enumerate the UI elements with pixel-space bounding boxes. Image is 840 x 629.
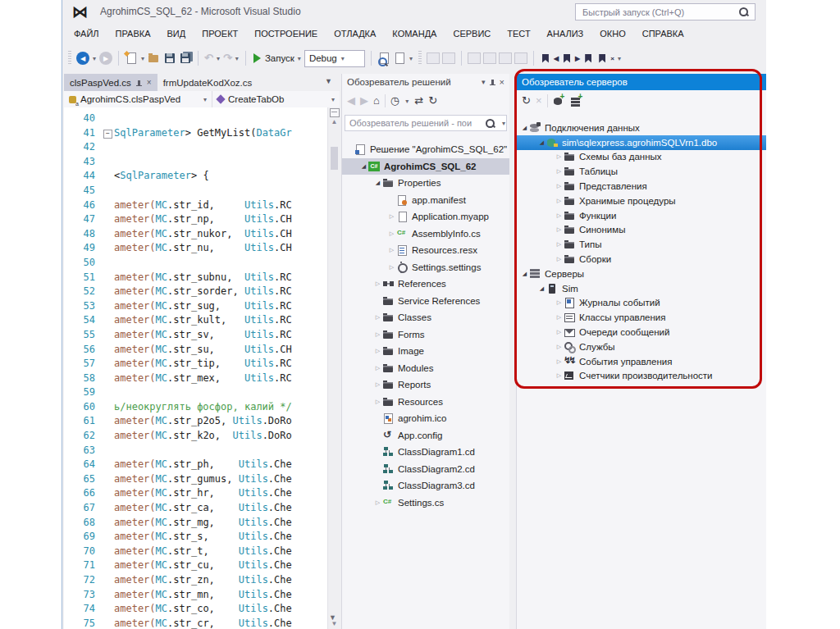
solution-tree-item[interactable]: ▷Image [342, 343, 509, 360]
expand-icon[interactable]: ▷ [555, 198, 564, 204]
solution-explorer-header[interactable]: Обозреватель решений ▾ × [342, 74, 509, 90]
expand-icon[interactable]: ▷ [373, 365, 382, 371]
undo-dropdown-icon[interactable]: ▾ [216, 55, 221, 62]
menu-item[interactable]: КОМАНДА [384, 25, 445, 42]
collapse-icon[interactable]: ◢ [520, 125, 529, 131]
code-line[interactable]: 57ameter(MC.str_tip, Utils.RC [64, 357, 327, 371]
server-explorer-header[interactable]: Обозреватель серверов [517, 74, 766, 90]
navigate-back-dropdown-icon[interactable]: ▾ [92, 55, 97, 62]
tab-frmUpdateKodXoz[interactable]: frmUpdateKodXoz.cs [158, 74, 258, 91]
clear-bookmarks-x-icon[interactable]: × [610, 55, 614, 62]
expand-icon[interactable]: ▷ [373, 314, 382, 321]
code-line[interactable]: 66ameter(MC.str_hr, Utils.Che [64, 486, 327, 501]
menu-item[interactable]: СЕРВИС [445, 25, 499, 42]
expand-icon[interactable]: ▷ [555, 299, 564, 306]
toolbar-grip[interactable] [68, 51, 71, 66]
code-line[interactable]: 68ameter(MC.str_mg, Utils.Che [64, 516, 327, 531]
server-tree-item[interactable]: ◢Серверы [517, 267, 766, 281]
server-tree-item[interactable]: ▷Очереди сообщений [517, 325, 766, 340]
code-line[interactable]: 54ameter(MC.str_kult, Utils.RC [64, 313, 327, 328]
menu-item[interactable]: ПРАВКА [107, 25, 159, 42]
solution-tree-item[interactable]: agrohim.ico [342, 410, 509, 427]
toolbar-overflow-icon[interactable]: ▾ [409, 55, 413, 62]
code-line[interactable]: 48ameter(MC.str_nukor, Utils.CH [64, 227, 327, 242]
solution-tree-item[interactable]: ▷Modules [342, 360, 509, 377]
expand-icon[interactable]: ▷ [555, 358, 564, 365]
solution-tree-item[interactable]: ClassDiagram3.cd [342, 477, 509, 495]
solution-tree-item[interactable]: ▷Resources.resx [342, 242, 509, 259]
redo-dropdown-icon[interactable]: ▾ [235, 55, 240, 62]
expand-icon[interactable]: ▷ [373, 399, 382, 405]
collapse-icon[interactable]: ◢ [520, 271, 529, 277]
code-line[interactable]: 55ameter(MC.str_sv, Utils.RC [64, 328, 327, 343]
connect-to-database-button[interactable] [553, 95, 565, 107]
expand-icon[interactable]: ▷ [387, 264, 396, 271]
solution-tree-item[interactable]: ▷References [342, 276, 509, 293]
solution-tree-item[interactable]: ◢Properties [342, 175, 509, 192]
search-dropdown-icon[interactable]: ▾ [501, 120, 506, 127]
collapse-icon[interactable]: ◢ [373, 180, 382, 186]
solution-tree-item[interactable]: Service References [342, 293, 509, 310]
server-tree-item[interactable]: ▷Синонимы [517, 223, 766, 238]
menu-item[interactable]: ОТЛАДКА [326, 25, 384, 42]
menu-item[interactable]: ОКНО [591, 25, 633, 42]
code-line[interactable]: 74ameter(MC.str_co, Utils.Che [64, 602, 327, 617]
expand-icon[interactable]: ▷ [555, 168, 564, 175]
solution-tree-item[interactable]: App.config [342, 427, 509, 444]
code-line[interactable]: 46ameter(MC.str_id, Utils.RC [64, 198, 327, 213]
solution-tree-item[interactable]: app.manifest [342, 192, 509, 209]
code-line[interactable]: 59 [64, 385, 327, 400]
server-tree-item[interactable]: ▷Хранимые процедуры [517, 194, 766, 208]
server-tree-item[interactable]: ▷Счетчики производительности [517, 369, 766, 384]
code-line[interactable]: 71ameter(MC.str_cu, Utils.Che [64, 558, 327, 573]
fold-margin[interactable]: − [103, 126, 114, 141]
tab-clsPaspVed[interactable]: clsPaspVed.cs × [64, 74, 158, 91]
menu-item[interactable]: ПРОЕКТ [194, 25, 246, 42]
server-tree-item[interactable]: ▷Сборки [517, 252, 766, 267]
server-tree-item[interactable]: ▷Представления [517, 179, 766, 194]
solution-search-input[interactable]: Обозреватель решений - пои ▾ [345, 115, 507, 131]
server-tree-item[interactable]: ▷Типы [517, 237, 766, 252]
code-line[interactable]: 53ameter(MC.str_sug, Utils.RC [64, 299, 327, 314]
next-bookmark-arrow-icon[interactable]: ▶ [575, 55, 580, 62]
delete-button[interactable]: × [536, 95, 542, 107]
code-line[interactable]: 70ameter(MC.str_t, Utils.Che [64, 545, 327, 559]
expand-icon[interactable]: ▷ [555, 256, 564, 262]
code-line[interactable]: 67ameter(MC.str_ca, Utils.Che [64, 501, 327, 516]
code-line[interactable]: 60ь/неокруглять фосфор, калий */ [64, 400, 327, 415]
code-line[interactable]: 45 [64, 184, 327, 198]
code-line[interactable]: 75ameter(MC.str_cr, Utils.Che [64, 617, 327, 629]
solution-tree-item[interactable]: ▷Resources [342, 394, 509, 411]
collapse-icon[interactable]: ◢ [537, 285, 546, 292]
editor-overflow-down-icon[interactable]: ▼ [329, 613, 336, 622]
menu-item[interactable]: ТЕСТ [499, 25, 538, 42]
start-debugging-icon[interactable] [253, 53, 261, 63]
start-dropdown-icon[interactable]: ▾ [297, 55, 302, 62]
code-line[interactable]: 62ameter(MC.str_k2o, Utils.DoRo [64, 429, 327, 444]
code-line[interactable]: 42 [64, 140, 327, 155]
collapse-icon[interactable]: ◢ [537, 139, 546, 146]
solution-tree-item[interactable]: ▷Classes [342, 309, 509, 326]
code-line[interactable]: 72ameter(MC.str_zn, Utils.Che [64, 573, 327, 588]
solution-tree-item[interactable]: ▷Reports [342, 376, 509, 394]
expand-icon[interactable]: ▷ [555, 329, 564, 335]
solution-tree-item[interactable]: ClassDiagram1.cd [342, 444, 509, 461]
expand-icon[interactable]: ▷ [387, 247, 396, 253]
expand-icon[interactable]: ▷ [387, 230, 396, 237]
redo-button[interactable]: ↷ [223, 52, 232, 65]
forward-button[interactable]: ▶ [360, 95, 368, 107]
bookmark-overflow-icon[interactable]: ▾ [617, 55, 622, 62]
close-icon[interactable]: × [147, 78, 152, 87]
connect-to-server-button[interactable] [570, 95, 582, 107]
server-tree-item[interactable]: ◢sim\sqlexpress.agrohimSQLVrn1.dbo [517, 135, 766, 150]
navigate-forward-button[interactable]: ▶ [99, 52, 112, 65]
toggle-bookmark-button[interactable] [542, 54, 549, 63]
server-tree-item[interactable]: ▷Таблицы [517, 164, 766, 179]
expand-icon[interactable]: ▷ [373, 499, 382, 506]
expand-icon[interactable]: ▷ [555, 372, 564, 379]
undo-button[interactable]: ↶ [204, 52, 213, 65]
editor-split-handle[interactable] [330, 108, 340, 117]
code-line[interactable]: 65ameter(MC.str_gumus, Utils.Che [64, 472, 327, 487]
expand-icon[interactable]: ▷ [373, 331, 382, 338]
home-button[interactable]: ⌂ [373, 95, 380, 107]
